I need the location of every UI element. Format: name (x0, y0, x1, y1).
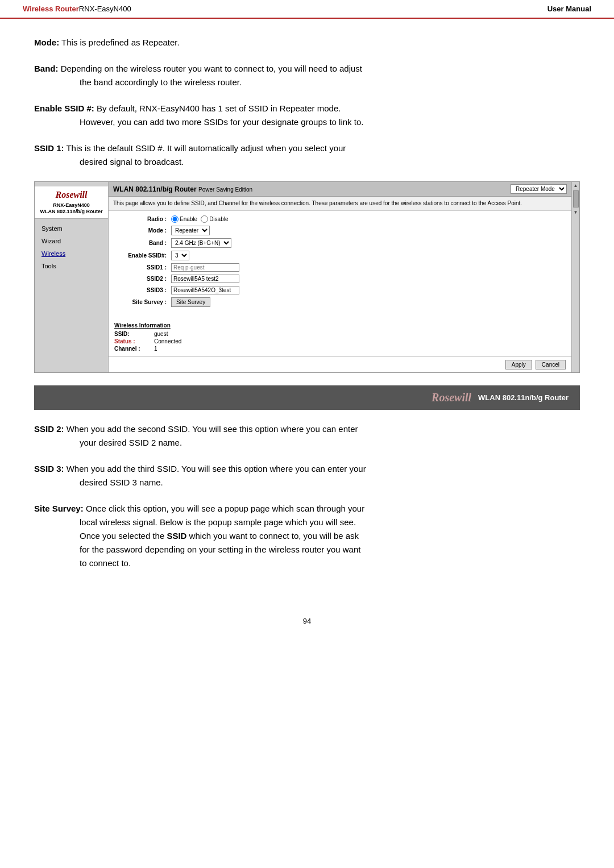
info-ssid-row: SSID: guest (114, 331, 566, 337)
cancel-button[interactable]: Cancel (536, 360, 566, 369)
site-survey-indent4: to connect to. (80, 556, 580, 570)
router-title-text: WLAN 802.11n/b/g Router Power Saving Edi… (113, 185, 252, 193)
ssid1-label: SSID 1: (34, 143, 64, 153)
info-channel-key: Channel : (114, 346, 154, 352)
info-status-val: Connected (154, 338, 181, 344)
ssid1-control (171, 263, 566, 272)
enable-ssid-indent: However, you can add two more SSIDs for … (80, 115, 580, 129)
scroll-up-arrow[interactable]: ▲ (574, 183, 578, 188)
page-footer: 94 (0, 605, 614, 631)
router-titlebar: WLAN 802.11n/b/g Router Power Saving Edi… (109, 182, 571, 197)
ssid2-para-indent: your desired SSID 2 name. (80, 436, 580, 450)
site-survey-button[interactable]: Site Survey (171, 297, 210, 307)
enable-ssid-text: By default, RNX-EasyN400 has 1 set of SS… (94, 103, 341, 113)
mode-label: Mode: (34, 38, 59, 47)
site-survey-row: Site Survey : Site Survey (114, 297, 566, 307)
sidebar-item-wizard[interactable]: Wizard (35, 235, 108, 247)
router-scrollbar[interactable]: ▲ ▼ (571, 182, 579, 372)
enable-ssid-row: Enable SSID#: 3 (114, 251, 566, 260)
ssid3-para-indent: desired SSID 3 name. (80, 476, 580, 489)
ssid1-input[interactable] (171, 263, 239, 272)
band-field-select[interactable]: 2.4 GHz (B+G+N) (171, 238, 231, 248)
router-description: This page allows you to define SSID, and… (109, 197, 571, 211)
ssid2-input[interactable] (171, 275, 239, 283)
band-control: 2.4 GHz (B+G+N) (171, 238, 566, 248)
router-logo: Rosewill (39, 190, 103, 200)
mode-field-label: Mode : (114, 227, 171, 234)
header-right: User Manual (547, 5, 591, 13)
ssid3-paragraph: SSID 3: When you add the third SSID. You… (34, 462, 580, 489)
router-footer-bar: Apply Cancel (109, 356, 571, 372)
branding-bar: Rosewill WLAN 802.11n/b/g Router (34, 385, 580, 410)
header-product-bold: Wireless Router (23, 5, 79, 13)
enable-ssid-paragraph: Enable SSID #: By default, RNX-EasyN400 … (34, 102, 580, 129)
site-survey-indent3: for the password depending on your setti… (80, 543, 580, 556)
apply-button[interactable]: Apply (505, 360, 532, 369)
scroll-thumb[interactable] (573, 190, 579, 207)
sidebar-menu: System Wizard Wireless Tools (35, 219, 108, 276)
site-survey-paragraph: Site Survey: Once click this option, you… (34, 502, 580, 570)
radio-disable[interactable]: Disable (201, 215, 228, 223)
band-indent: the band accordingly to the wireless rou… (80, 76, 580, 89)
router-sidebar: Rosewill RNX-EasyN400 WLAN 802.11n/b/g R… (35, 182, 109, 372)
radio-control: Enable Disable (171, 215, 566, 223)
sidebar-item-system[interactable]: System (35, 222, 108, 235)
wireless-info-section: Wireless Information SSID: guest Status … (109, 319, 571, 356)
router-form: Radio : Enable Disable Mode : (109, 211, 571, 314)
site-survey-para-label: Site Survey: (34, 504, 84, 513)
branding-text: WLAN 802.11n/b/g Router (478, 393, 569, 402)
band-paragraph: Band: Depending on the wireless router y… (34, 62, 580, 89)
ssid1-indent: desired signal to broadcast. (80, 155, 580, 169)
ssid2-field-label: SSID2 : (114, 276, 171, 282)
mode-paragraph: Mode: This is predefined as Repeater. (34, 36, 580, 49)
radio-enable[interactable]: Enable (171, 215, 197, 223)
page-header: Wireless RouterRNX-EasyN400 User Manual (0, 0, 614, 19)
band-field-label: Band : (114, 240, 171, 246)
ssid2-paragraph: SSID 2: When you add the second SSID. Yo… (34, 422, 580, 450)
router-main-panel: WLAN 802.11n/b/g Router Power Saving Edi… (109, 182, 571, 372)
band-text: Depending on the wireless router you wan… (59, 64, 363, 73)
site-survey-indent1: local wireless signal. Below is the popu… (80, 516, 580, 529)
radio-field-label: Radio : (114, 216, 171, 222)
enable-ssid-field-label: Enable SSID#: (114, 252, 171, 259)
site-survey-para-text: Once click this option, you will see a p… (84, 504, 364, 513)
ssid1-text: This is the default SSID #. It will auto… (64, 143, 346, 153)
site-survey-indent2: Once you selected the SSID which you wan… (80, 529, 580, 543)
enable-ssid-select[interactable]: 3 (171, 251, 189, 260)
router-device-name: RNX-EasyN400 WLAN 802.11n/b/g Router (39, 202, 103, 215)
info-status-key: Status : (114, 338, 154, 344)
ssid3-control (171, 286, 566, 294)
ssid3-input[interactable] (171, 286, 239, 294)
ssid1-field-label: SSID1 : (114, 264, 171, 271)
info-ssid-key: SSID: (114, 331, 154, 337)
info-ssid-val: guest (154, 331, 168, 337)
ssid2-control (171, 275, 566, 283)
ssid1-row: SSID1 : (114, 263, 566, 272)
ssid2-para-text: When you add the second SSID. You will s… (64, 424, 358, 434)
info-status-row: Status : Connected (114, 338, 566, 344)
enable-ssid-control: 3 (171, 251, 566, 260)
scroll-down-arrow[interactable]: ▼ (574, 210, 578, 215)
band-label: Band: (34, 64, 59, 73)
main-content: Mode: This is predefined as Repeater. Ba… (0, 19, 614, 605)
router-logo-area: Rosewill RNX-EasyN400 WLAN 802.11n/b/g R… (35, 186, 108, 219)
page-number: 94 (303, 617, 311, 625)
ssid3-row: SSID3 : (114, 286, 566, 294)
mode-field-select[interactable]: Repeater (171, 226, 210, 235)
mode-text: This is predefined as Repeater. (59, 38, 180, 47)
ssid3-para-text: When you add the third SSID. You will se… (64, 464, 366, 474)
ssid3-field-label: SSID3 : (114, 287, 171, 293)
ssid1-paragraph: SSID 1: This is the default SSID #. It w… (34, 142, 580, 169)
info-channel-row: Channel : 1 (114, 346, 566, 352)
sidebar-item-tools[interactable]: Tools (35, 260, 108, 272)
band-row: Band : 2.4 GHz (B+G+N) (114, 238, 566, 248)
branding-logo: Rosewill (432, 391, 471, 404)
wireless-info-title: Wireless Information (114, 322, 566, 329)
info-channel-val: 1 (154, 346, 157, 352)
mode-control: Repeater (171, 226, 566, 235)
router-screenshot: Rosewill RNX-EasyN400 WLAN 802.11n/b/g R… (34, 181, 580, 373)
header-product-normal: RNX-EasyN400 (79, 5, 131, 13)
mode-select-dropdown[interactable]: Repeater Mode (511, 184, 567, 194)
sidebar-item-wireless[interactable]: Wireless (35, 247, 108, 260)
ssid3-para-label: SSID 3: (34, 464, 64, 474)
